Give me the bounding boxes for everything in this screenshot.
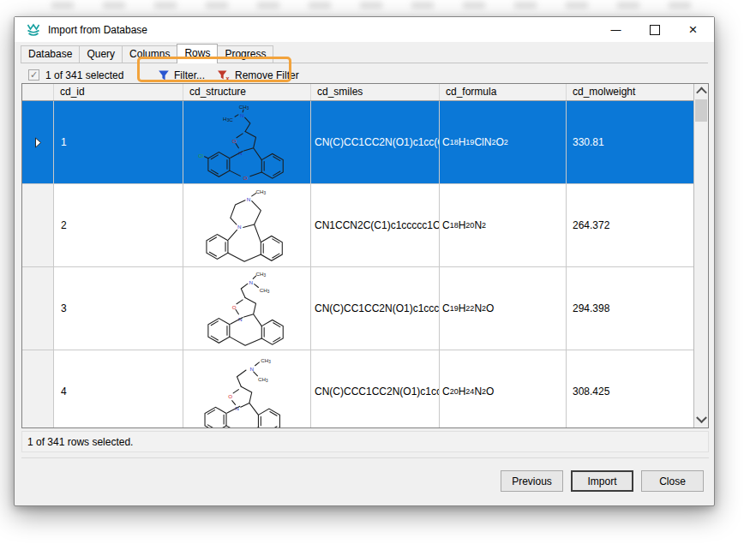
select-all-checkbox[interactable]: ✓ [28, 69, 39, 81]
results-table: cd_id cd_structure cd_smiles cd_formula … [21, 83, 709, 428]
svg-text:O: O [243, 175, 248, 181]
cell-cd-structure: N O N CH3 CH3 [183, 267, 311, 350]
app-logo-icon [26, 22, 41, 38]
funnel-x-icon: x [217, 69, 231, 81]
column-header-selector [22, 84, 54, 100]
footer-divider [21, 457, 709, 458]
structure-image-row3: N O N CH3 CH3 [192, 267, 302, 350]
column-header-cd-molweight[interactable]: cd_molweight [567, 84, 694, 100]
svg-text:O: O [232, 138, 237, 144]
screenshot-root: { "window": { "title": "Import from Data… [0, 0, 756, 544]
chevron-down-icon [696, 412, 707, 423]
chevron-up-icon [696, 87, 707, 99]
column-header-cd-id[interactable]: cd_id [54, 84, 183, 100]
import-from-database-dialog: Import from Database — × Database Query … [14, 16, 715, 506]
table-header-row: cd_id cd_structure cd_smiles cd_formula … [22, 84, 694, 101]
cell-cd-molweight: 308.425 [567, 350, 694, 428]
cell-cd-smiles: CN1CCN2C(C1)c1ccccc1Cc… [311, 184, 440, 267]
current-row-arrow-icon [34, 137, 42, 148]
scrollbar-thumb[interactable] [695, 99, 707, 122]
cell-cd-molweight: 294.398 [567, 267, 694, 350]
svg-text:N: N [247, 196, 251, 202]
tab-columns[interactable]: Columns [122, 45, 177, 63]
svg-text:N: N [237, 224, 242, 230]
selection-count-label: 1 of 341 selected [45, 69, 123, 81]
check-icon: ✓ [30, 70, 38, 80]
table-row[interactable]: 3 N O N CH3 CH3 [22, 267, 694, 350]
cell-cd-id: 3 [54, 267, 183, 350]
column-header-cd-structure[interactable]: cd_structure [183, 84, 311, 100]
svg-text:CH3: CH3 [256, 271, 267, 278]
maximize-button[interactable] [635, 17, 674, 42]
tab-rows[interactable]: Rows [177, 44, 218, 63]
svg-text:O: O [228, 393, 232, 399]
column-header-cd-smiles[interactable]: cd_smiles [311, 84, 440, 100]
previous-button[interactable]: Previous [501, 470, 563, 492]
cell-cd-formula: C20H24N2O [440, 350, 567, 428]
blurred-background-window [51, 2, 703, 9]
cell-cd-formula: C18H19ClN2O2 [440, 101, 567, 184]
cell-cd-structure: N O N CH3 CH3 [183, 350, 311, 428]
cell-cd-smiles: CN(C)CC1CC2N(O1)c1cc(C… [311, 101, 440, 184]
table-row[interactable]: 1 O Cl N O N C [22, 101, 694, 184]
svg-text:CH3: CH3 [261, 357, 271, 364]
cell-cd-structure: O Cl N O N CH3 H3C [183, 101, 311, 184]
table-row[interactable]: 4 N O N CH3 CH3 [22, 350, 694, 428]
funnel-icon [158, 69, 170, 81]
svg-text:O: O [232, 304, 237, 310]
cell-cd-smiles: CN(C)CCC1CC2N(O1)c1cc… [311, 350, 440, 428]
tab-database[interactable]: Database [21, 45, 80, 63]
minimize-button[interactable]: — [597, 17, 635, 42]
table-row[interactable]: 2 N N CH3 CN1CCN2C(C1)c1ccccc1Cc… C18H [22, 184, 694, 267]
svg-text:CH3: CH3 [260, 287, 270, 294]
title-bar: Import from Database — × [15, 17, 714, 42]
maximize-icon [650, 25, 660, 35]
structure-image-row1: O Cl N O N CH3 H3C [192, 101, 302, 183]
column-header-cd-formula[interactable]: cd_formula [440, 84, 567, 100]
svg-text:x: x [226, 75, 230, 81]
close-window-button[interactable]: × [674, 17, 712, 42]
tab-progress[interactable]: Progress [217, 45, 273, 63]
status-bar: 1 of 341 rows selected. [21, 431, 709, 452]
svg-text:CH3: CH3 [258, 376, 268, 383]
close-button[interactable]: Close [641, 470, 704, 492]
cell-cd-formula: C18H20N2 [440, 184, 567, 267]
footer-button-row: Previous Import Close [501, 470, 704, 492]
filter-button[interactable]: Filter... [152, 67, 211, 84]
cell-cd-structure: N N CH3 [183, 184, 311, 267]
cell-cd-smiles: CN(C)CC1CC2N(O1)c1cccc… [311, 267, 440, 350]
cell-cd-id: 4 [54, 350, 183, 428]
structure-image-row4: N O N CH3 CH3 [192, 350, 302, 428]
svg-text:N: N [249, 279, 254, 285]
cell-cd-formula: C19H22N2O [440, 267, 567, 350]
cell-cd-id: 1 [54, 101, 183, 184]
cell-cd-molweight: 264.372 [567, 184, 694, 267]
structure-image-row2: N N CH3 [192, 184, 302, 266]
svg-text:Cl: Cl [198, 152, 203, 158]
tab-strip: Database Query Columns Rows Progress [21, 44, 708, 63]
cell-cd-id: 2 [54, 184, 183, 267]
svg-text:CH3: CH3 [239, 104, 249, 111]
svg-text:CH3: CH3 [256, 188, 267, 195]
scroll-up-button[interactable] [694, 84, 708, 99]
status-text: 1 of 341 rows selected. [27, 436, 133, 448]
svg-text:N: N [250, 366, 255, 372]
svg-text:H3C: H3C [223, 116, 233, 123]
remove-filter-button[interactable]: x Remove Filter [211, 67, 305, 84]
cell-cd-molweight: 330.81 [567, 101, 694, 184]
tab-query[interactable]: Query [79, 45, 123, 63]
window-title: Import from Database [48, 24, 147, 36]
vertical-scrollbar[interactable] [693, 84, 708, 427]
scroll-down-button[interactable] [694, 413, 708, 427]
svg-text:N: N [240, 112, 244, 118]
import-button[interactable]: Import [571, 470, 633, 492]
